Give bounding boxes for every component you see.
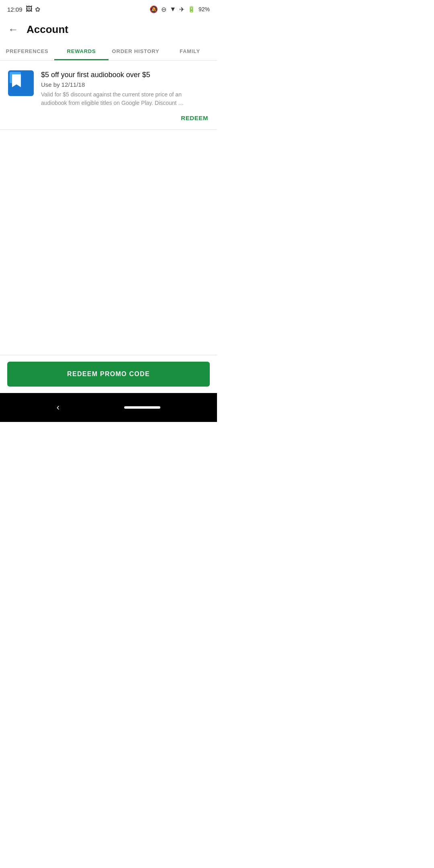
tab-order-history[interactable]: ORDER HISTORY <box>108 42 163 60</box>
reward-icon <box>8 70 34 96</box>
redeem-promo-button[interactable]: REDEEM PROMO CODE <box>7 362 210 387</box>
content-spacer <box>0 130 217 355</box>
reward-title: $5 off your first audiobook over $5 <box>41 70 209 80</box>
status-bar: 12:09 🖼 ✿ 🔕 ⊖ ▼ ✈ 🔋 92% <box>0 0 217 17</box>
status-time: 12:09 <box>7 6 23 13</box>
tab-preferences[interactable]: PREFERENCES <box>0 42 54 60</box>
reward-info: $5 off your first audiobook over $5 Use … <box>41 70 209 107</box>
tabs-bar: PREFERENCES REWARDS ORDER HISTORY FAMILY <box>0 42 217 61</box>
tab-rewards[interactable]: REWARDS <box>54 42 108 60</box>
reward-card: $5 off your first audiobook over $5 Use … <box>0 61 217 130</box>
nav-back-icon[interactable]: ‹ <box>57 402 59 413</box>
pinwheel-icon: ✿ <box>35 6 40 13</box>
page-title: Account <box>27 23 68 36</box>
bottom-area: REDEEM PROMO CODE <box>0 355 217 393</box>
header: ← Account <box>0 17 217 42</box>
nav-bar: ‹ <box>0 393 217 422</box>
redeem-button[interactable]: REDEEM <box>180 113 209 123</box>
battery-icon: 🔋 <box>188 6 195 13</box>
tab-family[interactable]: FAMILY <box>163 42 217 60</box>
airplane-icon: ✈ <box>179 6 184 13</box>
minus-circle-icon: ⊖ <box>161 6 166 13</box>
reward-description: Valid for $5 discount against the curren… <box>41 90 209 107</box>
wifi-icon: ▼ <box>170 6 176 13</box>
reward-expiry: Use by 12/11/18 <box>41 81 209 88</box>
nav-home-pill[interactable] <box>124 406 160 409</box>
back-button[interactable]: ← <box>6 23 20 36</box>
battery-percentage: 92% <box>199 6 210 12</box>
photo-icon: 🖼 <box>26 5 33 13</box>
bell-off-icon: 🔕 <box>149 5 158 14</box>
